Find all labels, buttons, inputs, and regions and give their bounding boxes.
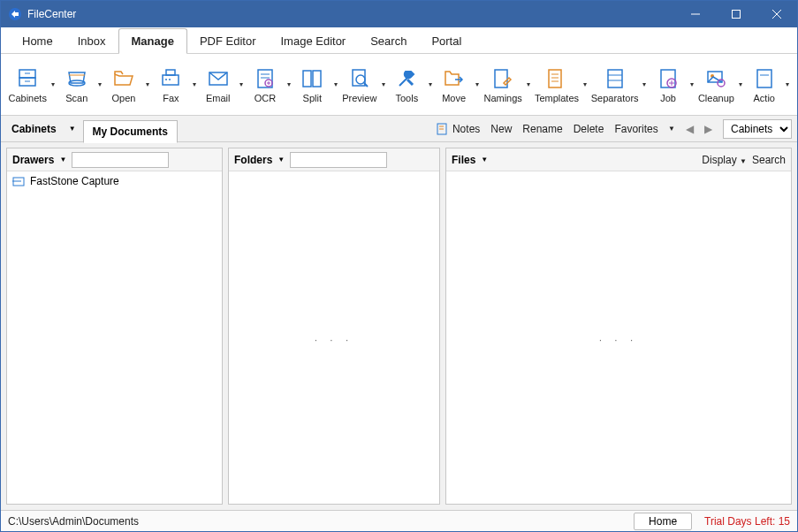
fax-icon (158, 66, 183, 91)
svg-point-13 (165, 79, 167, 80)
files-dropdown[interactable]: ▼ (481, 156, 488, 163)
tools-label: Tools (395, 93, 418, 103)
templates-button[interactable]: Templates (533, 65, 581, 105)
tab-portal[interactable]: Portal (419, 29, 474, 53)
tab-image-editor[interactable]: Image Editor (268, 29, 358, 53)
drawer-icon (12, 175, 25, 187)
minimize-button[interactable] (675, 1, 716, 27)
actions-button[interactable]: Actio (745, 65, 784, 105)
cleanup-button[interactable]: Cleanup (695, 65, 736, 105)
notes-button[interactable]: Notes (437, 123, 480, 135)
move-button[interactable]: Move (435, 65, 474, 105)
fax-button[interactable]: Fax (151, 65, 190, 105)
actions-label: Actio (754, 93, 775, 103)
scan-icon (65, 66, 89, 91)
drawers-dropdown[interactable]: ▼ (59, 156, 66, 163)
delete-button[interactable]: Delete (574, 123, 604, 135)
split-button[interactable]: Split (293, 65, 331, 105)
columns: Drawers ▼ FastStone Capture Folders ▼ . … (1, 142, 797, 510)
favorites-button[interactable]: Favorites ▼ (614, 123, 675, 135)
drawer-item[interactable]: FastStone Capture (7, 171, 222, 191)
svg-rect-2 (733, 11, 741, 19)
templates-dropdown[interactable]: ▾ (581, 80, 589, 88)
titlebar: FileCenter (1, 1, 797, 27)
separators-icon (603, 66, 627, 91)
folders-title: Folders (234, 154, 272, 166)
job-dropdown[interactable]: ▾ (688, 80, 695, 88)
cabinets-button[interactable]: Cabinets (6, 65, 49, 105)
move-label: Move (442, 93, 466, 103)
separators-dropdown[interactable]: ▾ (641, 80, 649, 88)
ocr-button[interactable]: OCR (246, 65, 285, 105)
ocr-label: OCR (255, 93, 276, 103)
actions-icon (752, 66, 777, 91)
tab-inbox[interactable]: Inbox (65, 29, 118, 53)
preview-button[interactable]: Preview (340, 65, 379, 105)
maximize-button[interactable] (716, 1, 756, 27)
tab-home[interactable]: Home (10, 29, 65, 53)
files-title: Files (452, 154, 475, 166)
preview-dropdown[interactable]: ▾ (379, 80, 387, 88)
trial-indicator: Trial Days Left: 15 (704, 515, 790, 528)
files-panel: Files ▼ Display ▼ Search . . . (445, 148, 792, 505)
svg-rect-27 (549, 70, 561, 87)
display-dropdown[interactable]: Display ▼ (702, 154, 747, 166)
ocr-dropdown[interactable]: ▾ (285, 80, 293, 88)
cabinets-dropdown-label[interactable]: Cabinets (6, 119, 62, 139)
fax-label: Fax (163, 93, 179, 103)
files-list: . . . (446, 171, 791, 504)
current-cabinet-tab[interactable]: My Documents (83, 120, 178, 143)
files-empty-indicator: . . . (599, 333, 638, 343)
drawers-filter-input[interactable] (72, 152, 169, 168)
drawers-title: Drawers (12, 154, 54, 166)
view-select[interactable]: Cabinets (723, 119, 792, 139)
open-dropdown[interactable]: ▾ (143, 80, 151, 88)
split-icon (300, 66, 324, 91)
scan-button[interactable]: Scan (57, 65, 96, 105)
move-dropdown[interactable]: ▾ (474, 80, 482, 88)
email-button[interactable]: Email (199, 65, 238, 105)
tab-pdf-editor[interactable]: PDF Editor (187, 29, 269, 53)
folders-list: . . . (229, 171, 439, 504)
cabinets-icon (15, 66, 40, 91)
notes-icon (437, 123, 449, 135)
files-header: Files ▼ Display ▼ Search (446, 148, 791, 171)
separators-button[interactable]: Separators (589, 65, 641, 105)
cabinets-dropdown-arrow[interactable]: ▼ (65, 125, 80, 133)
tools-dropdown[interactable]: ▾ (426, 80, 434, 88)
separators-label: Separators (591, 93, 639, 103)
cleanup-dropdown[interactable]: ▾ (736, 80, 744, 88)
job-icon (656, 66, 680, 91)
rename-button[interactable]: Rename (522, 123, 562, 135)
folders-filter-input[interactable] (290, 152, 387, 168)
close-button[interactable] (756, 1, 797, 27)
email-label: Email (206, 93, 231, 103)
drawers-panel: Drawers ▼ FastStone Capture (6, 148, 223, 505)
svg-rect-12 (166, 70, 175, 75)
tab-manage[interactable]: Manage (118, 28, 187, 54)
nav-back-button[interactable]: ◀ (686, 123, 694, 135)
open-label: Open (112, 93, 136, 103)
files-search-button[interactable]: Search (752, 154, 786, 166)
templates-label: Templates (535, 93, 579, 103)
tab-search[interactable]: Search (358, 29, 419, 53)
tools-button[interactable]: Tools (387, 65, 426, 105)
namings-button[interactable]: Namings (482, 65, 524, 105)
nav-forward-button[interactable]: ▶ (704, 123, 712, 135)
namings-dropdown[interactable]: ▾ (524, 80, 532, 88)
home-button[interactable]: Home (634, 513, 692, 530)
fax-dropdown[interactable]: ▾ (190, 80, 198, 88)
actions-dropdown[interactable]: ▾ (784, 80, 792, 88)
open-button[interactable]: Open (104, 65, 143, 105)
new-button[interactable]: New (490, 123, 512, 135)
svg-point-14 (169, 79, 171, 80)
email-icon (206, 66, 231, 91)
email-dropdown[interactable]: ▾ (238, 80, 246, 88)
ocr-icon (253, 66, 277, 91)
folders-dropdown[interactable]: ▼ (277, 156, 285, 163)
split-dropdown[interactable]: ▾ (331, 80, 339, 88)
job-button[interactable]: Job (649, 65, 688, 105)
svg-rect-20 (303, 71, 311, 87)
cabinets-dropdown[interactable]: ▾ (49, 80, 57, 88)
scan-dropdown[interactable]: ▾ (96, 80, 104, 88)
